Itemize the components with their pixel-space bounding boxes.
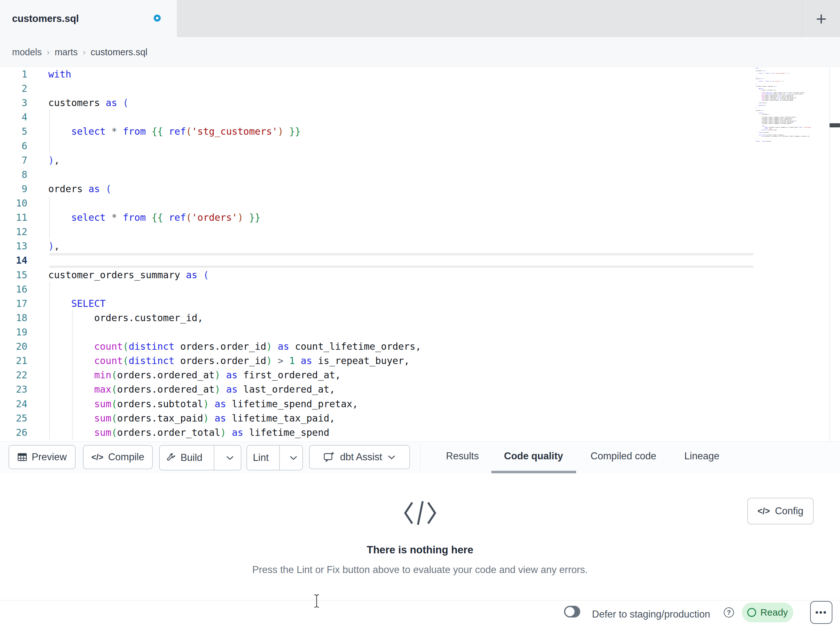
lint-split-button: Lint [246, 445, 303, 470]
lint-dropdown-button[interactable] [284, 446, 302, 470]
lint-button[interactable]: Lint [247, 446, 275, 470]
gutter: 1234567891011121314151617181920212223242… [0, 67, 27, 440]
breadcrumb-models[interactable]: models [12, 47, 42, 57]
code-quality-panel: There is nothing here Press the Lint or … [0, 473, 840, 600]
breadcrumb-row: models › marts › customers.sql Save [0, 37, 840, 67]
scrollbar-thumb[interactable] [829, 123, 840, 127]
build-button[interactable]: Build [160, 446, 209, 470]
question-glyph: ? [727, 609, 731, 616]
dbt-ide-window: customers.sql + models › marts › custome… [0, 0, 840, 628]
code-lines[interactable]: withcustomers as ( select * from {{ ref(… [48, 67, 753, 440]
help-icon[interactable]: ? [724, 607, 734, 617]
tab-title: customers.sql [12, 13, 79, 24]
breadcrumb-file: customers.sql [90, 47, 147, 57]
breadcrumb: models › marts › customers.sql [12, 37, 147, 67]
status-circle-icon [747, 608, 756, 617]
build-split-button: Build [159, 445, 242, 470]
chevron-down-icon [290, 456, 297, 460]
chevron-down-icon [388, 455, 395, 459]
split-divider [279, 446, 280, 470]
unsaved-changes-dot-icon [154, 14, 161, 22]
minimap[interactable]: withcustomers as ( select * from {{ ref(… [756, 68, 829, 144]
editor-tab-bar: customers.sql + [0, 0, 840, 37]
preview-label: Preview [32, 451, 67, 463]
code-icon: </> [758, 506, 770, 516]
minimap-content: withcustomers as ( select * from {{ ref(… [756, 68, 829, 142]
build-dropdown-button[interactable] [219, 446, 241, 470]
action-bar: Preview </> Compile Build Lint [0, 441, 840, 473]
chevron-right-icon: › [47, 47, 50, 57]
panel-tab-code-quality[interactable]: Code quality [504, 442, 563, 470]
preview-button[interactable]: Preview [9, 445, 76, 469]
tab-label: Lineage [684, 451, 719, 462]
breadcrumb-marts[interactable]: marts [55, 47, 78, 57]
status-bar: Defer to staging/production ? Ready ••• [0, 600, 840, 628]
split-divider [214, 446, 214, 470]
more-options-button[interactable]: ••• [810, 601, 832, 624]
lint-label: Lint [253, 452, 269, 463]
chevron-down-icon [226, 456, 234, 460]
toggle-knob [565, 607, 575, 616]
panel-tab-results[interactable]: Results [446, 442, 478, 470]
table-icon [17, 452, 27, 462]
config-button[interactable]: </> Config [747, 498, 814, 524]
panel-tab-lineage[interactable]: Lineage [684, 442, 719, 470]
build-label: Build [180, 452, 202, 463]
assist-chat-icon [324, 452, 335, 462]
text-cursor-pointer [313, 594, 320, 610]
defer-label: Defer to staging/production [592, 600, 710, 628]
dbt-assist-button[interactable]: dbt Assist [309, 445, 410, 469]
code-editor[interactable]: 1234567891011121314151617181920212223242… [0, 67, 840, 441]
config-label: Config [775, 505, 804, 517]
code-icon: </> [92, 452, 104, 462]
tab-label: Code quality [504, 451, 563, 462]
compile-button[interactable]: </> Compile [83, 445, 153, 469]
ellipsis-icon: ••• [815, 607, 827, 617]
new-tab-button[interactable]: + [808, 5, 834, 32]
empty-state-title: There is nothing here [0, 544, 840, 556]
wrench-icon [166, 453, 175, 462]
tab-customers-sql[interactable]: customers.sql [0, 0, 177, 37]
compile-label: Compile [108, 451, 144, 463]
empty-state: There is nothing here Press the Lint or … [0, 473, 840, 576]
empty-state-subtitle: Press the Lint or Fix button above to ev… [0, 564, 840, 576]
status-badge: Ready [742, 603, 793, 622]
chevron-right-icon: › [83, 47, 86, 57]
defer-toggle[interactable] [564, 606, 580, 617]
plus-icon: + [816, 8, 827, 29]
tab-label: Compiled code [591, 451, 657, 462]
toolbar-divider [420, 443, 420, 470]
dbt-assist-label: dbt Assist [340, 451, 382, 463]
panel-tab-compiled-code[interactable]: Compiled code [591, 442, 657, 470]
code-empty-icon [0, 499, 840, 528]
tab-label: Results [446, 451, 478, 462]
status-label: Ready [760, 607, 788, 618]
